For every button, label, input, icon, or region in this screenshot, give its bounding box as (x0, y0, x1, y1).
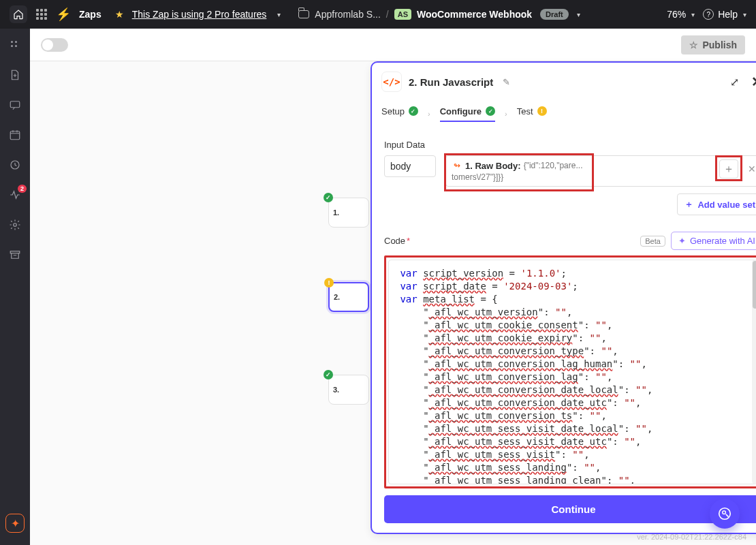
publish-label: Publish (702, 40, 737, 50)
plus-icon: ＋ (684, 198, 693, 211)
zap-title[interactable]: WooCommerce Webhook (417, 9, 532, 20)
code-icon: </> (381, 72, 402, 92)
step-card-3[interactable]: 3. (328, 375, 369, 405)
step-editor-panel: </> 2. Run Javascript ✎ ⤢ ✕ Setup › Conf… (371, 61, 756, 534)
panel-title: 2. Run Javascript (409, 76, 493, 88)
help-icon: ? (703, 9, 714, 20)
svg-point-7 (14, 223, 17, 227)
svg-point-0 (11, 41, 13, 43)
scrollbar[interactable] (752, 260, 756, 484)
check-icon (486, 106, 495, 116)
svg-rect-8 (10, 251, 20, 253)
panel-header: </> 2. Run Javascript ✎ ⤢ ✕ (372, 63, 756, 102)
file-plus-icon[interactable] (8, 68, 22, 82)
tab-test[interactable]: Test (517, 106, 547, 122)
clock-icon[interactable] (8, 158, 22, 172)
help-label: Help (718, 9, 738, 20)
step-card-index: 1. (333, 208, 364, 217)
add-field-button[interactable]: ＋ (719, 159, 738, 178)
zaps-label[interactable]: Zaps (79, 9, 101, 20)
chat-icon[interactable] (8, 98, 22, 112)
pencil-icon[interactable]: ✎ (503, 77, 510, 87)
add-value-set-button[interactable]: ＋ Add value set (677, 193, 756, 215)
activity-icon[interactable]: 2 (8, 188, 22, 202)
help-menu[interactable]: ?Help▾ (703, 9, 746, 20)
webhook-icon: ↬ (452, 160, 462, 171)
check-icon (409, 106, 418, 116)
dashboard-icon[interactable] (8, 38, 22, 52)
folder-icon (298, 10, 309, 18)
continue-button[interactable]: Continue (384, 495, 756, 523)
publish-button[interactable]: ☆ Publish (681, 35, 745, 54)
star-icon: ★ (115, 9, 124, 20)
account-badge: AS (394, 9, 411, 20)
check-icon (324, 193, 333, 202)
code-editor[interactable]: var script_version = '1.1.0'; var script… (384, 255, 756, 488)
gear-icon[interactable] (8, 218, 22, 232)
tab-setup[interactable]: Setup (381, 106, 418, 122)
input-data-value[interactable]: ↬ 1. Raw Body: {"id":120,"pare... tomers… (445, 155, 756, 187)
zoom-value: 76% (667, 9, 686, 20)
apps-grid-icon[interactable] (35, 8, 48, 20)
home-icon[interactable] (10, 5, 27, 23)
check-icon (324, 370, 333, 379)
step-card-index: 2. (334, 293, 364, 301)
topbar: ⚡ Zaps ★ This Zap is using 2 Pro feature… (0, 0, 756, 29)
bolt-icon: ⚡ (56, 7, 71, 22)
svg-rect-5 (10, 131, 20, 140)
code-label: Code* (384, 236, 410, 246)
pro-features-link[interactable]: This Zap is using 2 Pro features (132, 9, 267, 20)
canvas: 1. 2. 3. </> 2. Run Javascript ✎ ⤢ ✕ Set… (30, 61, 756, 545)
ai-sparkle-icon[interactable]: ✦ (5, 514, 25, 533)
chevron-right-icon: › (505, 110, 507, 118)
tab-label: Setup (381, 106, 405, 116)
input-data-label: Input Data (384, 140, 756, 150)
input-data-key-value: body (390, 161, 411, 172)
tab-configure[interactable]: Configure (440, 106, 495, 122)
chevron-down-icon[interactable]: ▾ (577, 11, 580, 18)
add-value-set-label: Add value set (697, 200, 755, 210)
warning-icon (537, 106, 547, 116)
expand-icon[interactable]: ⤢ (727, 73, 742, 91)
continue-label: Continue (552, 503, 596, 515)
svg-point-2 (11, 45, 13, 47)
status-badge: Draft (540, 9, 569, 20)
step-tabs: Setup › Configure › Test (372, 102, 756, 126)
generate-with-ai-button[interactable]: ✦ Generate with AI (671, 232, 756, 250)
step-card-2[interactable]: 2. (328, 282, 369, 312)
star-icon: ☆ (689, 40, 698, 50)
svg-point-3 (15, 45, 17, 47)
clear-field-button[interactable]: ✕ (742, 159, 756, 178)
breadcrumb-slash: / (386, 9, 389, 20)
warning-icon (324, 278, 334, 287)
step-card-1[interactable]: 1. (328, 198, 369, 228)
raw-body-preview-line2: tomers\/27"}]}} (452, 172, 739, 182)
step-card-index: 3. (333, 386, 364, 394)
calendar-icon[interactable] (8, 128, 22, 142)
chevron-right-icon: › (428, 110, 430, 118)
archive-icon[interactable] (8, 248, 22, 262)
panel-body: Input Data body ↬ 1. Raw Body: {"id":120… (372, 126, 756, 533)
left-rail: 2 ✦ (0, 29, 30, 545)
folder-name[interactable]: Appfromlab S... (315, 9, 381, 20)
tab-label: Configure (440, 106, 482, 116)
svg-point-10 (723, 511, 726, 514)
raw-body-label: 1. Raw Body: (465, 161, 521, 171)
svg-point-1 (15, 41, 17, 43)
zap-toggle[interactable] (41, 38, 68, 52)
input-data-key[interactable]: body (384, 155, 436, 177)
notification-badge: 2 (18, 185, 27, 193)
raw-body-preview: {"id":120,"pare... (524, 161, 583, 170)
generate-with-ai-label: Generate with AI (690, 236, 755, 246)
chevron-down-icon: ▾ (743, 11, 746, 18)
svg-rect-4 (10, 102, 20, 108)
sparkle-icon: ✦ (678, 236, 686, 246)
version-text: ver. 2024-09-02T21:22.262Z-c84 (637, 533, 746, 541)
beta-badge: Beta (640, 236, 665, 247)
chevron-down-icon: ▾ (691, 11, 695, 18)
close-icon[interactable]: ✕ (749, 71, 756, 93)
chevron-down-icon[interactable]: ▾ (277, 11, 281, 18)
help-fab[interactable] (710, 499, 740, 529)
zoom-control[interactable]: 76%▾ (667, 9, 695, 20)
subbar: ☆ Publish (30, 29, 756, 61)
